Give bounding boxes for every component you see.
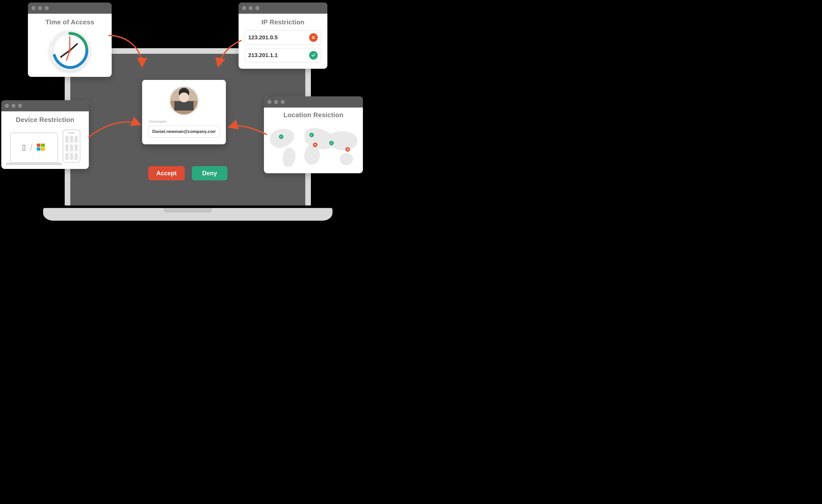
ip-address: 213.201.1.1 bbox=[248, 52, 278, 59]
window-titlebar bbox=[28, 3, 112, 14]
panel-title: IP Restriction bbox=[245, 18, 321, 26]
ip-row: 213.201.1.1 bbox=[245, 48, 321, 63]
panel-location-restriction: Location Resiction ✓✓✕✓✕ bbox=[264, 96, 363, 173]
laptop-base bbox=[43, 208, 333, 221]
window-dot bbox=[255, 6, 259, 10]
clock-icon bbox=[49, 30, 90, 71]
location-pin-deny: ✕ bbox=[313, 143, 318, 147]
separator: / bbox=[30, 142, 32, 153]
panel-title: Time of Access bbox=[34, 18, 105, 26]
accept-button[interactable]: Accept bbox=[148, 166, 185, 180]
window-dot bbox=[5, 104, 9, 108]
svg-rect-8 bbox=[37, 147, 40, 151]
windows-icon bbox=[37, 143, 45, 152]
window-dot bbox=[31, 6, 36, 10]
username-input[interactable] bbox=[148, 126, 220, 138]
panel-device-restriction: Device Restriction  / bbox=[1, 100, 89, 169]
deny-button[interactable]: Deny bbox=[192, 166, 228, 180]
window-dot bbox=[281, 100, 285, 104]
panel-time-of-access: Time of Access bbox=[28, 3, 112, 77]
window-dot bbox=[268, 100, 272, 104]
check-icon bbox=[309, 51, 318, 60]
ip-address: 123.201.0.5 bbox=[248, 34, 278, 41]
window-dot bbox=[242, 6, 246, 10]
apple-icon:  bbox=[23, 143, 26, 153]
device-phone-icon bbox=[63, 129, 80, 163]
svg-line-1 bbox=[70, 44, 77, 50]
window-dot bbox=[38, 6, 42, 10]
window-dot bbox=[249, 6, 253, 10]
avatar bbox=[169, 85, 199, 116]
ip-row: 123.201.0.5 bbox=[245, 30, 321, 45]
location-pin-allow: ✓ bbox=[279, 134, 284, 139]
svg-rect-6 bbox=[37, 144, 40, 147]
window-dot bbox=[11, 104, 15, 108]
laptop-trackpad-notch bbox=[164, 208, 212, 213]
window-dot bbox=[18, 104, 22, 108]
action-row: Accept Deny bbox=[148, 166, 228, 180]
window-titlebar bbox=[239, 3, 327, 14]
close-icon bbox=[309, 33, 318, 42]
window-dot bbox=[274, 100, 278, 104]
location-pin-allow: ✓ bbox=[329, 141, 334, 145]
panel-title: Location Resiction bbox=[269, 111, 358, 119]
svg-rect-7 bbox=[41, 144, 45, 147]
svg-rect-9 bbox=[41, 147, 45, 151]
window-titlebar bbox=[1, 100, 89, 111]
window-titlebar bbox=[264, 96, 363, 108]
username-label: Username bbox=[149, 119, 220, 124]
login-card: Username bbox=[142, 80, 226, 144]
svg-point-5 bbox=[68, 49, 71, 52]
world-map: ✓✓✕✓✕ bbox=[269, 123, 358, 169]
window-dot bbox=[45, 6, 49, 10]
device-laptop-icon:  / bbox=[10, 132, 58, 163]
panel-ip-restriction: IP Restriction 123.201.0.5213.201.1.1 bbox=[239, 3, 327, 69]
location-pin-allow: ✓ bbox=[309, 133, 314, 137]
location-pin-deny: ✕ bbox=[345, 147, 350, 152]
panel-title: Device Restriction bbox=[7, 116, 83, 124]
